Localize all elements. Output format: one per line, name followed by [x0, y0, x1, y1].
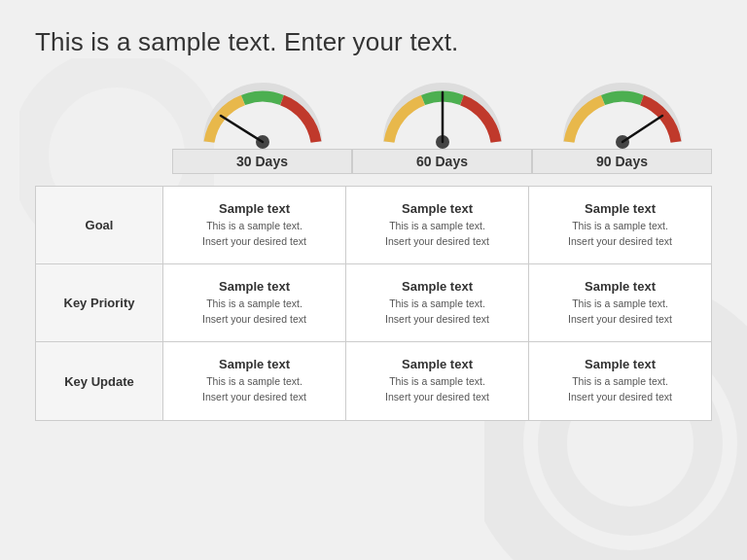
cell-title: Sample text: [402, 279, 473, 294]
row-label-key-update: Key Update: [36, 342, 162, 420]
cell-keyupdate-90: Sample text This is a sample text.Insert…: [529, 342, 711, 420]
main-container: This is a sample text. Enter your text. …: [0, 0, 747, 440]
cell-title: Sample text: [402, 357, 473, 371]
cell-desc: This is a sample text.Insert your desire…: [385, 219, 489, 250]
row-label-goal: Goal: [36, 187, 162, 264]
data-columns: Sample text This is a sample text.Insert…: [162, 187, 711, 420]
gauge-col-90: 90 Days: [532, 79, 712, 174]
row-label-column: Goal Key Priority Key Update: [36, 187, 162, 420]
cell-keypriority-60: Sample text This is a sample text.Insert…: [346, 264, 528, 342]
gauge-label-60: 60 Days: [352, 149, 532, 174]
cell-title: Sample text: [585, 201, 656, 216]
cell-desc: This is a sample text.Insert your desire…: [385, 297, 489, 328]
cell-goal-90: Sample text This is a sample text.Insert…: [529, 187, 711, 264]
cell-desc: This is a sample text.Insert your desire…: [568, 374, 672, 405]
gauge-label-90: 90 Days: [532, 149, 712, 174]
gauge-label-30: 30 Days: [172, 149, 352, 174]
cell-title: Sample text: [402, 201, 473, 216]
data-col-30: Sample text This is a sample text.Insert…: [162, 187, 345, 420]
cell-title: Sample text: [219, 279, 290, 294]
svg-line-8: [622, 116, 662, 142]
cell-desc: This is a sample text.Insert your desire…: [568, 297, 672, 328]
cell-goal-60: Sample text This is a sample text.Insert…: [346, 187, 528, 264]
cell-desc: This is a sample text.Insert your desire…: [568, 219, 672, 250]
data-col-90: Sample text This is a sample text.Insert…: [528, 187, 711, 420]
gauge-30-svg: [199, 79, 326, 149]
cell-title: Sample text: [585, 357, 656, 371]
gauge-60-svg: [379, 79, 506, 149]
page-title: This is a sample text. Enter your text.: [35, 27, 712, 57]
cell-desc: This is a sample text.Insert your desire…: [202, 219, 306, 250]
data-col-60: Sample text This is a sample text.Insert…: [345, 187, 528, 420]
cell-keypriority-30: Sample text This is a sample text.Insert…: [163, 264, 345, 342]
cell-title: Sample text: [585, 279, 656, 294]
cell-title: Sample text: [219, 201, 290, 216]
cell-desc: This is a sample text.Insert your desire…: [385, 374, 489, 405]
gauges-row: 30 Days 60 Days: [35, 79, 712, 174]
cell-desc: This is a sample text.Insert your desire…: [202, 297, 306, 328]
cell-keyupdate-60: Sample text This is a sample text.Insert…: [346, 342, 528, 420]
cell-goal-30: Sample text This is a sample text.Insert…: [163, 187, 345, 264]
svg-line-4: [221, 116, 263, 142]
cell-keypriority-90: Sample text This is a sample text.Insert…: [529, 264, 711, 342]
cell-keyupdate-30: Sample text This is a sample text.Insert…: [163, 342, 345, 420]
row-label-key-priority: Key Priority: [36, 264, 162, 342]
data-table: Goal Key Priority Key Update Sample text…: [35, 186, 712, 421]
gauge-col-60: 60 Days: [352, 79, 532, 174]
gauge-90-svg: [559, 79, 686, 149]
cell-desc: This is a sample text.Insert your desire…: [202, 374, 306, 405]
gauge-col-30: 30 Days: [172, 79, 352, 174]
cell-title: Sample text: [219, 357, 290, 371]
